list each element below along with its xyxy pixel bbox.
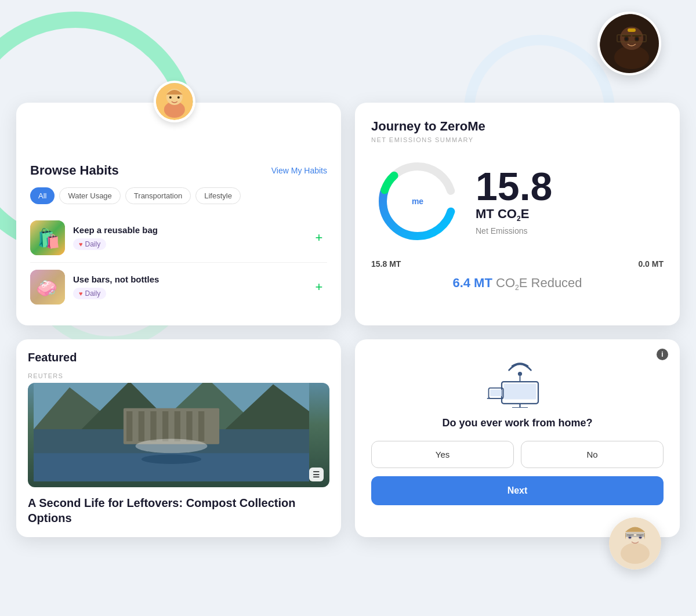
svg-rect-39 [124, 408, 219, 444]
browse-habits-card: Browse Habits View My Habits All Water U… [16, 103, 341, 325]
habit-tag-label-1: Daily [85, 240, 101, 248]
svg-point-25 [177, 96, 180, 99]
svg-point-50 [518, 371, 522, 375]
reduced-unit: CO2E Reduced [496, 276, 582, 290]
avatar-bottom-right [609, 517, 661, 570]
filter-tabs: All Water Usage Transportation Lifestyle [30, 187, 327, 204]
gauge-right-label: 0.0 MT [638, 259, 664, 269]
avatar-top-right [597, 12, 661, 75]
svg-rect-45 [186, 411, 192, 441]
habit-image-bars: 🧼 [30, 270, 65, 305]
no-button[interactable]: No [521, 441, 664, 468]
svg-text:🛍️: 🛍️ [37, 227, 60, 249]
featured-card: Featured REUTERS [16, 339, 341, 537]
add-habit-1-button[interactable]: + [311, 230, 327, 246]
article-source: REUTERS [28, 372, 329, 379]
gauge-me-label: me [412, 197, 423, 206]
habit-info-1: Keep a reusable bag ♥ Daily [73, 225, 303, 250]
svg-rect-42 [150, 411, 156, 441]
emission-values: 15.8 MT CO2E Net Emissions [476, 166, 552, 235]
emission-number: 15.8 [476, 166, 552, 206]
filter-water[interactable]: Water Usage [59, 187, 120, 204]
journey-title: Journey to ZeroMe [371, 119, 664, 134]
article-image-inner: ☰ [28, 383, 329, 487]
svg-rect-41 [139, 411, 144, 441]
emission-sub-label: Net Emissions [476, 226, 552, 235]
svg-point-7 [636, 38, 639, 41]
svg-rect-19 [636, 534, 644, 536]
emission-unit: MT CO2E [476, 206, 552, 224]
user-avatar-svg [156, 83, 193, 120]
filter-lifestyle[interactable]: Lifestyle [195, 187, 241, 204]
filter-transport[interactable]: Transportation [125, 187, 191, 204]
habit-image-bag: 🛍️ [30, 220, 65, 255]
svg-rect-53 [504, 383, 536, 399]
avatar-dark-man-svg [600, 14, 659, 73]
svg-rect-57 [490, 389, 502, 396]
heart-icon-1: ♥ [79, 241, 83, 248]
page-container: Browse Habits View My Habits All Water U… [0, 0, 696, 616]
browse-habits-title: Browse Habits [30, 163, 119, 178]
habit-tag-1: ♥ Daily [73, 238, 106, 250]
svg-rect-46 [198, 411, 204, 441]
view-my-habits-link[interactable]: View My Habits [271, 166, 327, 175]
journey-card: Journey to ZeroMe NET EMISSIONS SUMMARY [355, 103, 680, 325]
article-icon-badge: ☰ [309, 468, 324, 481]
yes-no-row: Yes No [371, 441, 664, 468]
svg-point-6 [625, 38, 628, 41]
add-habit-2-button[interactable]: + [311, 279, 327, 295]
svg-point-49 [142, 454, 201, 464]
yes-button[interactable]: Yes [371, 441, 514, 468]
svg-rect-3 [628, 28, 636, 32]
filter-all[interactable]: All [30, 187, 55, 204]
next-button[interactable]: Next [371, 476, 664, 505]
habit-name-2: Use bars, not bottles [73, 274, 303, 284]
svg-point-24 [169, 96, 172, 99]
featured-title: Featured [28, 351, 329, 364]
svg-rect-43 [162, 411, 168, 441]
svg-rect-40 [126, 411, 132, 441]
article-image: ☰ [28, 383, 329, 487]
work-from-home-icon [485, 356, 549, 408]
svg-rect-18 [626, 534, 634, 536]
article-headline: A Second Life for Leftovers: Compost Col… [28, 495, 329, 526]
question-card: i Do you ever work f [355, 339, 680, 537]
heart-icon-2: ♥ [79, 290, 83, 297]
cards-grid: Browse Habits View My Habits All Water U… [16, 103, 680, 537]
avatar-light-man-svg [609, 517, 661, 570]
svg-point-12 [621, 543, 650, 564]
svg-point-47 [136, 439, 208, 453]
habit-name-1: Keep a reusable bag [73, 225, 303, 235]
habit-tag-label-2: Daily [85, 289, 101, 298]
habit-info-2: Use bars, not bottles ♥ Daily [73, 274, 303, 299]
reduced-amount: 6.4 MT [452, 276, 492, 290]
dam-illustration [34, 383, 309, 481]
info-icon[interactable]: i [657, 349, 668, 360]
browse-habits-avatar-wrapper [154, 81, 195, 122]
svg-text:🧼: 🧼 [36, 278, 58, 299]
user-avatar-circle [154, 81, 195, 122]
habit-tag-2: ♥ Daily [73, 288, 106, 299]
reduced-text: 6.4 MT CO2E Reduced [371, 276, 664, 292]
habit-item-1: 🛍️ Keep a reusable bag ♥ Daily + [30, 213, 327, 263]
browse-habits-header: Browse Habits View My Habits [30, 163, 327, 178]
gauge-bottom-labels: 15.8 MT 0.0 MT [371, 259, 664, 269]
svg-rect-44 [175, 411, 180, 441]
question-text: Do you ever work from home? [442, 417, 592, 429]
gauge-container: me [371, 155, 464, 248]
habit-item-2: 🧼 Use bars, not bottles ♥ Daily + [30, 263, 327, 311]
net-emissions-label: NET EMISSIONS SUMMARY [371, 136, 664, 143]
gauge-section: me 15.8 MT CO2E Net Emissions [371, 155, 664, 248]
gauge-left-label: 15.8 MT [371, 259, 401, 269]
